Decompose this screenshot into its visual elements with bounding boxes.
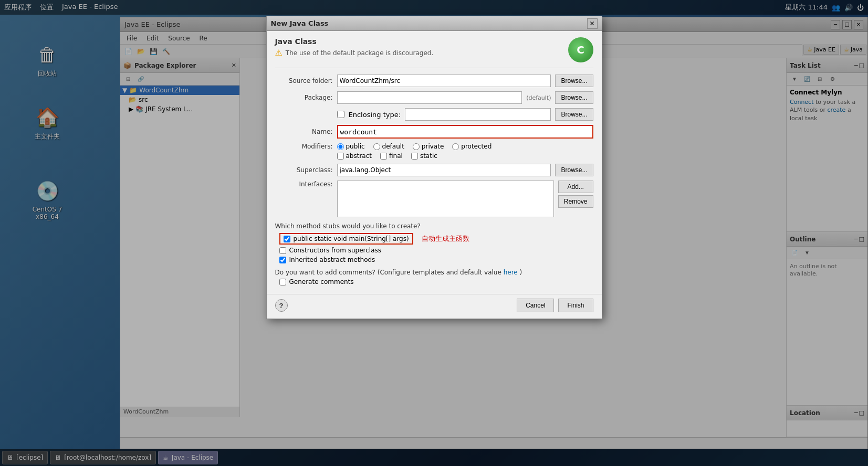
package-default-badge: (default) (526, 94, 551, 101)
source-folder-label: Source folder: (275, 77, 333, 84)
dialog-titlebar: New Java Class ✕ (267, 16, 602, 31)
warning-icon: ⚠ (275, 48, 283, 58)
modifier-static[interactable]: static (411, 152, 437, 160)
generate-comments-row: Generate comments (279, 278, 593, 285)
modifier-default[interactable]: default (373, 143, 404, 150)
enclosing-type-checkbox[interactable] (337, 111, 344, 118)
dialog-class-title: Java Class (275, 37, 434, 46)
name-input[interactable] (337, 125, 593, 139)
source-folder-row: Source folder: Browse... (275, 75, 593, 87)
constructor-stub-text: Constructors from superclass (289, 247, 382, 254)
superclass-label: Superclass: (275, 166, 333, 174)
superclass-browse-button[interactable]: Browse... (555, 164, 593, 176)
cancel-button[interactable]: Cancel (517, 299, 554, 312)
dialog-header-left: Java Class ⚠ The use of the default pack… (275, 37, 434, 58)
enclosing-type-input[interactable] (405, 108, 551, 121)
package-input[interactable] (337, 91, 522, 104)
superclass-input[interactable] (337, 164, 551, 176)
remove-interface-button[interactable]: Remove (558, 195, 593, 208)
stubs-title: Which method stubs would you like to cre… (275, 223, 593, 230)
name-label: Name: (275, 128, 333, 135)
inherited-stub-checkbox[interactable] (279, 257, 286, 263)
eclipse-logo: C (568, 37, 593, 62)
name-row: Name: (275, 125, 593, 139)
enclosing-browse-button[interactable]: Browse... (555, 108, 593, 121)
modifier-private[interactable]: private (413, 143, 444, 150)
add-interface-button[interactable]: Add... (558, 181, 593, 193)
dialog-body: Java Class ⚠ The use of the default pack… (267, 31, 602, 294)
comments-section: Do you want to add comments? (Configure … (275, 269, 593, 285)
superclass-row: Superclass: Browse... (275, 164, 593, 176)
modifier-static-label: static (420, 152, 437, 160)
modifier-protected[interactable]: protected (452, 143, 491, 150)
enclosing-type-label: Enclosing type: (349, 111, 401, 119)
modifier-final-checkbox[interactable] (380, 153, 387, 160)
inherited-stub-label[interactable]: Inherited abstract methods (279, 256, 375, 263)
generate-comments-checkbox[interactable] (279, 279, 286, 285)
modifiers-radio-row: public default private protected (337, 143, 593, 150)
source-folder-input[interactable] (337, 75, 551, 87)
modifier-private-radio[interactable] (413, 143, 420, 150)
package-row: Package: (default) Browse... (275, 91, 593, 104)
package-browse-button[interactable]: Browse... (555, 91, 593, 104)
modifiers-label: Modifiers: (275, 143, 333, 150)
modifier-public[interactable]: public (337, 143, 365, 150)
warning-text: The use of the default package is discou… (286, 49, 433, 57)
modifiers-check-row: abstract final static (337, 152, 593, 160)
main-method-label: public static void main(String[] args) (294, 235, 409, 242)
package-label: Package: (275, 94, 333, 101)
modifier-public-radio[interactable] (337, 143, 344, 150)
stub-row-main: public static void main(String[] args) 自… (279, 233, 593, 245)
stub-row-constructor: Constructors from superclass (279, 247, 593, 254)
interfaces-row: Interfaces: Add... Remove (275, 181, 593, 217)
interfaces-textarea[interactable] (337, 181, 554, 217)
generate-comments-label[interactable]: Generate comments (279, 278, 354, 285)
dialog-help-area: ? (275, 299, 288, 312)
main-method-box: public static void main(String[] args) (279, 233, 413, 245)
dialog-title: New Java Class (271, 19, 329, 27)
modifier-static-checkbox[interactable] (411, 153, 418, 160)
modifier-abstract-label: abstract (346, 152, 372, 160)
name-input-wrapper (337, 125, 593, 139)
modifier-public-label: public (346, 143, 365, 150)
modifier-final[interactable]: final (380, 152, 403, 160)
stub-row-inherited: Inherited abstract methods (279, 256, 593, 263)
dialog-header-section: Java Class ⚠ The use of the default pack… (275, 37, 593, 68)
interfaces-buttons: Add... Remove (558, 181, 593, 208)
dialog-footer: ? Cancel Finish (267, 294, 602, 319)
help-button[interactable]: ? (275, 299, 288, 312)
generate-comments-text: Generate comments (289, 278, 354, 285)
modifier-protected-label: protected (461, 143, 491, 150)
new-java-class-dialog: New Java Class ✕ Java Class ⚠ The use of… (266, 16, 602, 319)
inherited-stub-text: Inherited abstract methods (289, 256, 375, 263)
modifiers-row: Modifiers: public default pr (275, 143, 593, 160)
auto-generate-note: 自动生成主函数 (422, 234, 469, 243)
dialog-warning: ⚠ The use of the default package is disc… (275, 48, 434, 58)
enclosing-type-row: Enclosing type: Browse... (275, 108, 593, 121)
modifier-default-label: default (382, 143, 404, 150)
finish-button[interactable]: Finish (558, 299, 593, 312)
constructor-stub-label[interactable]: Constructors from superclass (279, 247, 382, 254)
modifier-protected-radio[interactable] (452, 143, 459, 150)
modal-overlay: New Java Class ✕ Java Class ⚠ The use of… (0, 0, 868, 466)
main-method-checkbox[interactable] (284, 236, 290, 242)
modifier-private-label: private (422, 143, 444, 150)
source-folder-browse-button[interactable]: Browse... (555, 75, 593, 87)
modifiers-group: public default private protected (337, 143, 593, 160)
modifier-final-label: final (389, 152, 403, 160)
interfaces-label: Interfaces: (275, 181, 333, 188)
constructor-stub-checkbox[interactable] (279, 247, 286, 254)
modifier-default-radio[interactable] (373, 143, 380, 150)
comments-configure-text: Do you want to add comments? (Configure … (275, 269, 593, 276)
stubs-section: Which method stubs would you like to cre… (275, 223, 593, 263)
modifier-abstract[interactable]: abstract (337, 152, 372, 160)
comments-here-link[interactable]: here (504, 269, 518, 276)
modifier-abstract-checkbox[interactable] (337, 153, 344, 160)
dialog-close-button[interactable]: ✕ (587, 18, 598, 29)
